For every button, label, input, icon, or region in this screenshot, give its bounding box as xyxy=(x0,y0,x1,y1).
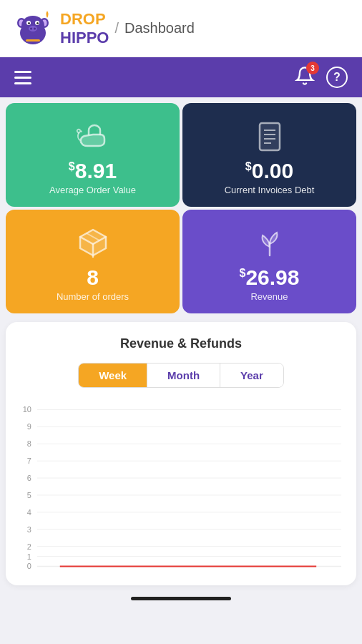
box-icon xyxy=(74,224,112,261)
svg-text:2022-0: 2022-0 xyxy=(178,573,198,574)
svg-text:2022-0: 2022-0 xyxy=(306,573,326,574)
svg-text:8: 8 xyxy=(27,439,31,448)
header-title: Dashboard xyxy=(124,20,195,36)
chart-svg: 10 9 8 7 6 5 4 3 2 1 0 202 xyxy=(17,402,345,574)
chart-section: Revenue & Refunds Week Month Year 10 9 8… xyxy=(6,322,356,585)
invoice-currency: $ xyxy=(245,160,252,172)
stats-grid: $8.91 Average Order Value $0.00 Current … xyxy=(0,97,362,316)
svg-point-10 xyxy=(29,26,37,31)
shopping-bag-icon xyxy=(74,117,112,155)
svg-text:0: 0 xyxy=(27,562,31,571)
revenue-label: Revenue xyxy=(250,291,288,302)
logo-drop: DROP xyxy=(60,10,109,28)
notification-bell[interactable]: 3 xyxy=(295,66,315,89)
svg-text:7: 7 xyxy=(27,457,31,465)
logo-icon xyxy=(11,7,54,50)
help-button[interactable]: ? xyxy=(326,67,348,88)
invoice-debt-amount: $0.00 xyxy=(245,160,293,182)
chart-tabs: Week Month Year xyxy=(78,363,284,388)
svg-text:3: 3 xyxy=(27,525,31,534)
avg-order-amount: $8.91 xyxy=(69,160,117,182)
bottom-bar xyxy=(131,597,231,600)
chart-area: 10 9 8 7 6 5 4 3 2 1 0 202 xyxy=(17,402,345,574)
notification-badge: 3 xyxy=(306,62,319,74)
header-separator: / xyxy=(114,20,119,36)
logo-area: DROP HIPPO xyxy=(11,7,109,50)
stat-revenue[interactable]: $26.98 Revenue xyxy=(182,210,356,313)
svg-point-9 xyxy=(36,22,39,24)
svg-text:6: 6 xyxy=(27,474,31,482)
menu-button[interactable] xyxy=(14,71,31,84)
help-icon: ? xyxy=(326,67,348,88)
svg-point-8 xyxy=(28,22,30,24)
tab-month[interactable]: Month xyxy=(147,364,220,387)
avg-order-label: Average Order Value xyxy=(49,185,136,195)
svg-point-11 xyxy=(30,27,32,29)
num-orders-label: Number of orders xyxy=(57,291,129,302)
stat-num-orders[interactable]: 8 Number of orders xyxy=(6,210,180,313)
svg-rect-13 xyxy=(26,39,40,42)
chart-title: Revenue & Refunds xyxy=(17,336,345,351)
revenue-amount: $26.98 xyxy=(240,267,300,288)
svg-text:2022-0: 2022-0 xyxy=(263,573,283,574)
svg-text:2022-0: 2022-0 xyxy=(135,573,155,574)
svg-point-12 xyxy=(34,27,36,29)
plant-icon xyxy=(251,224,288,261)
svg-text:2022-0: 2022-0 xyxy=(50,573,70,574)
svg-text:2022-0: 2022-0 xyxy=(221,573,241,574)
num-orders-amount: 8 xyxy=(87,267,99,288)
svg-text:9: 9 xyxy=(27,422,31,431)
app-header: DROP HIPPO / Dashboard xyxy=(0,0,362,57)
svg-text:2022-0: 2022-0 xyxy=(93,573,113,574)
svg-text:10: 10 xyxy=(23,405,31,414)
svg-text:1: 1 xyxy=(27,552,31,561)
stat-invoice-debt[interactable]: $0.00 Current Invoices Debt xyxy=(182,103,356,207)
tab-week[interactable]: Week xyxy=(79,364,147,387)
invoice-debt-label: Current Invoices Debt xyxy=(225,185,315,195)
navbar: 3 ? xyxy=(0,57,362,97)
svg-rect-14 xyxy=(260,123,280,150)
tab-year[interactable]: Year xyxy=(220,364,283,387)
svg-text:4: 4 xyxy=(27,508,31,517)
logo-hippo: HIPPO xyxy=(60,29,109,47)
navbar-icons: 3 ? xyxy=(295,66,348,89)
receipt-icon xyxy=(251,117,288,155)
svg-text:2: 2 xyxy=(27,542,31,551)
stat-avg-order[interactable]: $8.91 Average Order Value xyxy=(6,103,180,207)
svg-text:5: 5 xyxy=(27,491,31,499)
avg-order-currency: $ xyxy=(69,160,75,172)
